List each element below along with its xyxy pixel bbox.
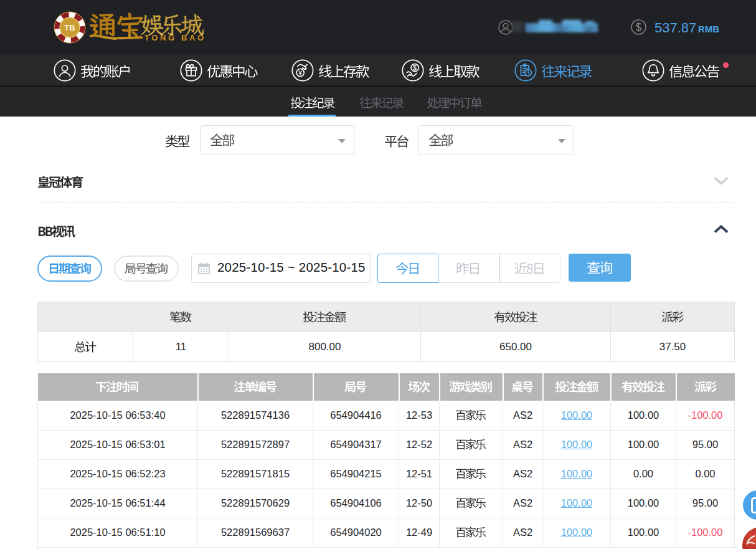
svg-text:TB: TB xyxy=(64,23,75,32)
